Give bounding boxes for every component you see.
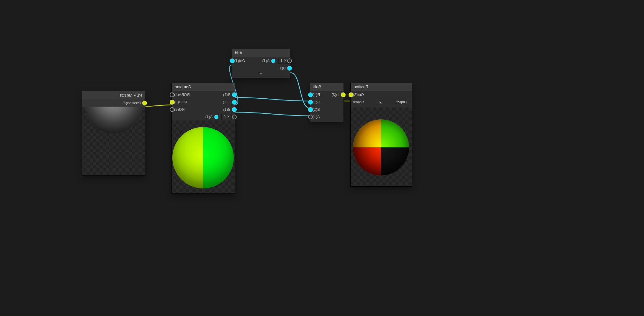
row-g-rgb: G(1) RGB(3) (172, 98, 235, 106)
node-combine[interactable]: Combine R(1) RGBA(4) G(1) RGB(3) B(1) RG (171, 83, 235, 194)
port-out-rgba4[interactable] (170, 92, 174, 97)
port-in-b[interactable] (232, 107, 237, 112)
dropdown-value: Object (396, 100, 407, 104)
field-value: 1 (280, 59, 282, 63)
node-title: Combine (172, 83, 235, 91)
output-row-out3[interactable]: Out(3) (351, 91, 412, 98)
preview-sphere-combine (172, 127, 234, 188)
shader-graph-canvas[interactable]: Position Out(3) Object ◢ Space Split (0, 0, 644, 316)
param-label: Space (353, 100, 366, 104)
node-title: PBR Master (82, 91, 145, 99)
port-out-r[interactable] (308, 92, 313, 97)
field-prefix: X (284, 59, 287, 63)
port-out-rg2[interactable] (170, 107, 174, 112)
port-label: Position(3) (120, 101, 143, 105)
port-out-b[interactable] (308, 107, 313, 112)
param-space-row: Object ◢ Space (351, 98, 412, 107)
row-out-a: A(1) (310, 113, 344, 120)
port-in-in3[interactable] (341, 92, 346, 97)
node-preview (82, 107, 145, 175)
row-a-out: X 1 A(1) Out(1) (232, 57, 290, 64)
port-label: A(1) (260, 58, 270, 63)
port-in-b[interactable] (287, 66, 292, 71)
port-out-a[interactable] (308, 115, 313, 119)
row-out-g: G(1) (310, 98, 344, 106)
port-out-out1[interactable] (230, 58, 235, 63)
node-title: Add (232, 49, 290, 57)
node-position[interactable]: Position Out(3) Object ◢ Space (350, 83, 412, 187)
port-out-rgb3[interactable] (170, 100, 174, 105)
row-position3: Position(3) (82, 99, 145, 107)
port-label: R(1) (221, 92, 233, 97)
port-label: RGB(3) (172, 100, 189, 104)
port-label: B(1) (221, 107, 233, 112)
row-b: B(1) (232, 64, 290, 72)
node-preview (351, 107, 412, 186)
port-label: RGBA(4) (172, 92, 192, 97)
row-b-rg: B(1) RG(2) (172, 106, 235, 113)
row-a: X 0 A(1) (172, 113, 235, 120)
port-out-g[interactable] (308, 100, 313, 105)
row-out-b: B(1) (310, 106, 344, 113)
preview-sphere-pbr (85, 107, 142, 133)
port-in-r[interactable] (232, 92, 237, 97)
port-in-a[interactable] (287, 58, 292, 63)
row-in-r: In(3) R(1) (310, 91, 344, 98)
field-prefix: X (227, 115, 230, 119)
space-dropdown[interactable]: Object ◢ (377, 99, 409, 105)
port-label: A(1) (203, 115, 213, 119)
inline-port-icon (271, 59, 275, 63)
port-label: G(1) (220, 100, 233, 104)
chevron-down-icon: ◢ (380, 100, 382, 104)
preview-sphere-position (353, 119, 409, 175)
chevron-down-icon[interactable]: ﹀ (259, 71, 263, 76)
port-label: In(3) (329, 92, 342, 97)
port-out[interactable] (349, 92, 353, 97)
port-label: B(1) (276, 66, 288, 70)
node-add[interactable]: Add X 1 A(1) Out(1) B(1) ﹀ (232, 49, 290, 78)
node-title: Split (310, 83, 344, 91)
port-in-position3[interactable] (142, 101, 147, 105)
node-title: Position (351, 83, 412, 91)
node-pbr-master[interactable]: PBR Master Position(3) (82, 91, 145, 176)
node-split[interactable]: Split In(3) R(1) G(1) B(1) A(1) (310, 83, 344, 122)
node-preview (172, 120, 235, 193)
field-value: 0 (223, 115, 225, 119)
port-in-g[interactable] (232, 100, 237, 105)
inline-port-icon (214, 115, 218, 119)
input-field-a[interactable]: X 0 (221, 114, 232, 120)
port-in-a[interactable] (232, 115, 237, 119)
row-r-rgba: R(1) RGBA(4) (172, 91, 235, 98)
